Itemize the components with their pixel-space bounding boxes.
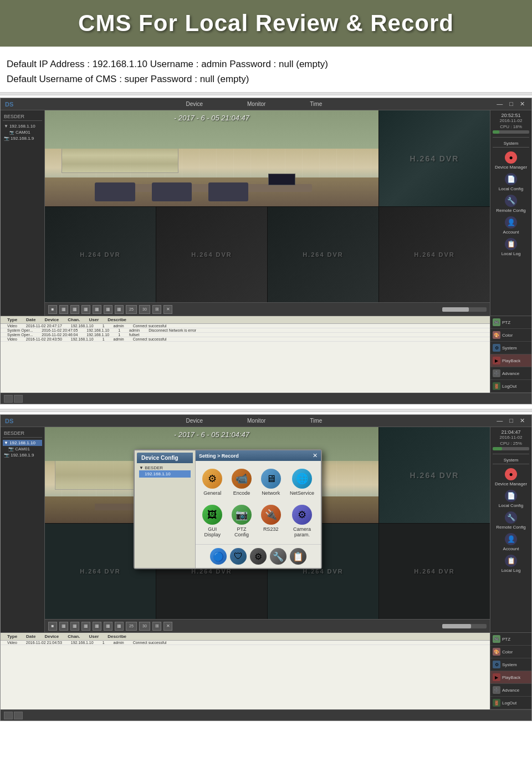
cms2-grid16-btn[interactable]: ▦ bbox=[115, 622, 124, 631]
cms2-col-chan: Chan. bbox=[63, 633, 84, 640]
cms1-grid4-btn[interactable]: ▦ bbox=[70, 305, 79, 314]
cms1-col-device: Device bbox=[40, 317, 63, 323]
cms1-locallog-btn[interactable]: 📋 Local Log bbox=[493, 236, 529, 258]
dialog-left-nav: Device Config ▼ BESDER 192.168.1.10 bbox=[135, 450, 196, 568]
cms1-status-btn-1[interactable] bbox=[4, 395, 13, 403]
cms1-window-controls[interactable]: — □ ✕ bbox=[494, 100, 527, 108]
dialog-icon-general[interactable]: ⚙ General bbox=[200, 466, 225, 498]
cms1-dvr-watermark-b4: H.264 DVR bbox=[414, 251, 455, 258]
cms2-fullscreen-btn[interactable]: ⊞ bbox=[152, 622, 161, 631]
cms1-minimize-btn[interactable]: — bbox=[494, 100, 505, 108]
cms1-device-item-ip2[interactable]: 📷 192.168.1.9 bbox=[3, 135, 42, 141]
cms2-close-view-btn[interactable]: ✕ bbox=[163, 622, 172, 631]
cms1-fps30-btn[interactable]: 30 bbox=[139, 305, 150, 314]
cms1-remote-cfg-btn[interactable]: 🔧 Remote Config bbox=[493, 193, 529, 215]
advance2-icon: ➕ bbox=[493, 686, 500, 694]
cms2-device-mgr-btn[interactable]: ● Device Manager bbox=[493, 466, 529, 488]
cms2-section-time: Time bbox=[310, 418, 322, 424]
cms2-tab-advance[interactable]: ➕ Advance bbox=[490, 684, 531, 697]
cms2-remote-cfg-btn[interactable]: 🔧 Remote Config bbox=[493, 510, 529, 531]
cms2-grid8-btn[interactable]: ▦ bbox=[93, 622, 101, 631]
cms2-tab-playback[interactable]: ▶ PlayBack bbox=[490, 671, 531, 684]
cms2-status-btn-2[interactable] bbox=[14, 712, 23, 719]
cms2-stop-btn[interactable]: ■ bbox=[48, 622, 57, 631]
cms2-grid9-btn[interactable]: ▦ bbox=[104, 622, 112, 631]
cms2-tab-logout[interactable]: 🚪 LogOut bbox=[490, 697, 531, 709]
dialog-bottom-icon-4[interactable]: 🔧 bbox=[270, 548, 287, 565]
dialog-close-icon[interactable]: ✕ bbox=[313, 452, 318, 459]
cms1-tab-color[interactable]: 🎨 Color bbox=[490, 329, 531, 342]
cms1-dvr-watermark-b1: H.264 DVR bbox=[80, 251, 121, 258]
header: CMS For Local Review & Record bbox=[0, 0, 532, 47]
cms1-account-btn[interactable]: 👤 Account bbox=[493, 215, 529, 236]
cms1-stop-btn[interactable]: ■ bbox=[48, 305, 57, 314]
dialog-bottom-icon-1[interactable]: 🔵 bbox=[210, 548, 227, 565]
cms1-grid16-btn[interactable]: ▦ bbox=[115, 305, 124, 314]
cms1-tab-logout[interactable]: 🚪 LogOut bbox=[490, 380, 531, 393]
cms1-close-btn[interactable]: ✕ bbox=[518, 100, 527, 108]
cms2-grid4-btn[interactable]: ▦ bbox=[70, 622, 79, 631]
dialog-bottom-icon-3[interactable]: ⚙ bbox=[250, 548, 267, 565]
cms1-time-display: 20:52:51 2016-11-02 CPU : 18% bbox=[493, 113, 529, 138]
cms2-col-device: Device bbox=[40, 633, 63, 640]
cms1-fullscreen-btn[interactable]: ⊞ bbox=[152, 305, 161, 314]
cms1-grid1-btn[interactable]: ▦ bbox=[59, 305, 68, 314]
dialog-icons-grid: ⚙ General 📹 Encode 🖥 Network bbox=[196, 461, 321, 540]
cms2-grid1-btn[interactable]: ▦ bbox=[59, 622, 68, 631]
cms2-maximize-btn[interactable]: □ bbox=[507, 417, 515, 424]
cms2-locallog-btn[interactable]: 📋 Local Log bbox=[493, 553, 529, 575]
cms2-status-btn-1[interactable] bbox=[4, 712, 13, 719]
dialog-icon-guidisplay[interactable]: 🖼 GUI Display bbox=[200, 503, 225, 540]
cms2-fps25-btn[interactable]: 25 bbox=[126, 622, 137, 631]
dialog-tree-ip[interactable]: 192.168.1.10 bbox=[139, 470, 191, 478]
cms1-video-cell-b1: H.264 DVR bbox=[45, 207, 156, 303]
cms2-dvr-watermark-b4: H.264 DVR bbox=[414, 568, 455, 575]
cms2-account-btn[interactable]: 👤 Account bbox=[493, 531, 529, 553]
cms2-device-item-ip2[interactable]: 📷 192.168.1.9 bbox=[3, 452, 42, 458]
cms1-tab-ptz[interactable]: 🎮 PTZ bbox=[490, 316, 531, 329]
ptz-icon: 🎮 bbox=[493, 318, 500, 326]
dialog-icon-netservice[interactable]: 🌐 NetService bbox=[288, 466, 316, 498]
cms1-device-item-cam1[interactable]: 📷 CAM01 bbox=[3, 129, 42, 135]
dialog-icon-network[interactable]: 🖥 Network bbox=[258, 466, 283, 498]
dialog-icon-cameraparam[interactable]: ⚙ Camera param. bbox=[288, 503, 316, 540]
cms1-close-view-btn[interactable]: ✕ bbox=[163, 305, 172, 314]
cms2-fps30-btn[interactable]: 30 bbox=[139, 622, 150, 631]
cms2-local-cfg-btn[interactable]: 📄 Local Config bbox=[493, 488, 529, 510]
cms2-minimize-btn[interactable]: — bbox=[494, 417, 505, 424]
cms1-grid6-btn[interactable]: ▦ bbox=[81, 305, 90, 314]
system-icon: ⚙ bbox=[493, 344, 500, 352]
cms2-grid6-btn[interactable]: ▦ bbox=[81, 622, 90, 631]
cms1-local-cfg-btn[interactable]: 📄 Local Config bbox=[493, 171, 529, 193]
cms1-tab-advance[interactable]: ➕ Advance bbox=[490, 367, 531, 380]
cms2-tab-system[interactable]: ⚙ System bbox=[490, 658, 531, 671]
cms1-maximize-btn[interactable]: □ bbox=[507, 100, 515, 108]
cms2-close-btn[interactable]: ✕ bbox=[518, 417, 527, 424]
cms2-tab-ptz[interactable]: 🎮 PTZ bbox=[490, 633, 531, 646]
dialog-bottom-icon-5[interactable]: 📋 bbox=[290, 548, 306, 565]
dialog-device-tree: ▼ BESDER 192.168.1.10 bbox=[137, 463, 193, 480]
cms1-grid9-btn[interactable]: ▦ bbox=[104, 305, 112, 314]
log-row-4: Video 2016-11-02 20:43:50 192.168.1.10 1… bbox=[1, 337, 490, 342]
cms2-status-bar bbox=[1, 709, 531, 721]
cms1-device-mgr-btn[interactable]: ● Device Manager bbox=[493, 150, 529, 171]
dialog-icon-encode[interactable]: 📹 Encode bbox=[229, 466, 254, 498]
cms1-grid8-btn[interactable]: ▦ bbox=[93, 305, 101, 314]
cms1-section-device: Device bbox=[186, 101, 203, 107]
cms2-tab-color[interactable]: 🎨 Color bbox=[490, 646, 531, 658]
cms1-device-item-ip1[interactable]: ▼ 192.168.1.10 bbox=[3, 123, 42, 129]
cms1-tab-system[interactable]: ⚙ System bbox=[490, 342, 531, 354]
cms1-fps25-btn[interactable]: 25 bbox=[126, 305, 137, 314]
dialog-icon-rs232[interactable]: 🔌 RS232 bbox=[258, 503, 283, 540]
dialog-right: Setting > Record ✕ ⚙ General 📹 Encode bbox=[196, 450, 321, 568]
cms1-tab-playback[interactable]: ▶ PlayBack bbox=[490, 354, 531, 367]
cms2-window-controls[interactable]: — □ ✕ bbox=[494, 417, 527, 424]
dialog-icon-ptzconfig[interactable]: 📷 PTZ Config bbox=[229, 503, 254, 540]
dialog-bottom-icon-2[interactable]: 🛡 bbox=[230, 548, 247, 565]
color-icon: 🎨 bbox=[493, 331, 500, 339]
cms1-col-date: Date bbox=[22, 317, 40, 323]
cms1-status-btn-2[interactable] bbox=[14, 395, 23, 403]
cms2-device-item-cam1[interactable]: 📷 CAM01 bbox=[3, 446, 42, 452]
cms1-section-time: Time bbox=[310, 101, 322, 107]
cms2-device-item-ip1[interactable]: ▼ 192.168.1.10 bbox=[3, 440, 42, 446]
